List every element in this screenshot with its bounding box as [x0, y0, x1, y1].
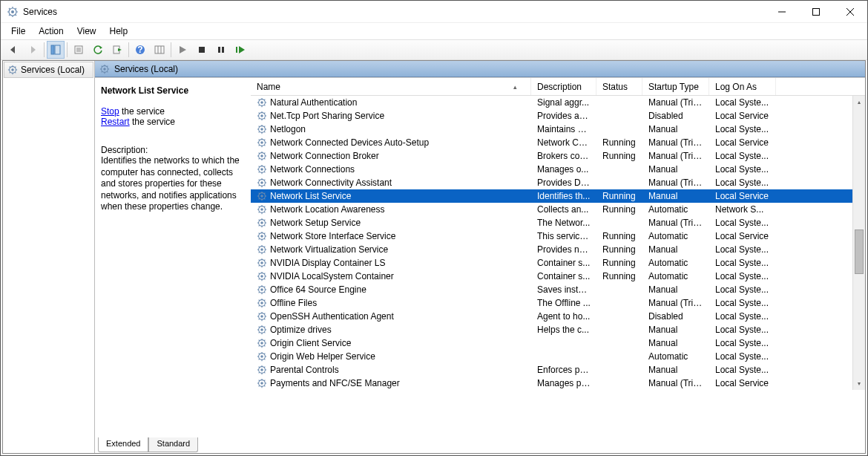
service-startup: Manual [642, 163, 709, 175]
refresh-button[interactable] [89, 41, 107, 59]
close-button[interactable] [833, 1, 867, 23]
services-icon [99, 64, 110, 74]
service-logon: Local Syste... [709, 257, 776, 269]
services-list[interactable]: Natural AuthenticationSignal aggr...Manu… [251, 96, 852, 390]
pause-service-button[interactable] [212, 41, 230, 59]
tab-extended[interactable]: Extended [98, 437, 148, 452]
column-name[interactable]: Name [251, 78, 531, 95]
column-logon[interactable]: Log On As [709, 78, 776, 95]
service-name: Natural Authentication [270, 97, 357, 108]
service-status [596, 169, 642, 170]
service-row[interactable]: Natural AuthenticationSignal aggr...Manu… [251, 96, 852, 109]
service-row[interactable]: Payments and NFC/SE ManagerManages pa...… [251, 377, 852, 390]
help-button[interactable]: ? [131, 41, 149, 59]
service-row[interactable]: Network Location AwarenessCollects an...… [251, 203, 852, 216]
service-row[interactable]: OpenSSH Authentication AgentAgent to ho.… [251, 310, 852, 323]
menu-view[interactable]: View [71, 25, 102, 38]
svg-rect-17 [55, 45, 60, 54]
columns-button[interactable] [151, 41, 168, 59]
scroll-down-icon[interactable]: ▾ [853, 377, 865, 390]
service-row[interactable]: Network Store Interface ServiceThis serv… [251, 229, 852, 243]
service-logon: Local Syste... [709, 244, 776, 255]
scroll-thumb[interactable] [855, 229, 864, 274]
service-row[interactable]: Optimize drivesHelps the c...ManualLocal… [251, 323, 852, 336]
maximize-button[interactable] [799, 1, 833, 23]
tree-node-services-local[interactable]: Services (Local) [4, 62, 93, 78]
column-status[interactable]: Status [596, 78, 642, 95]
service-status [596, 369, 642, 371]
minimize-button[interactable] [765, 1, 799, 23]
service-logon: Local Syste... [709, 270, 776, 282]
service-description: Container s... [531, 257, 596, 269]
service-row[interactable]: Network Setup ServiceThe Networ...Manual… [251, 216, 852, 229]
service-logon: Local Syste... [709, 364, 776, 376]
service-startup: Manual (Trig... [642, 217, 709, 229]
column-startup[interactable]: Startup Type [642, 78, 709, 95]
back-button[interactable] [4, 41, 22, 59]
service-startup: Automatic [642, 351, 709, 362]
service-description: Saves install... [531, 284, 596, 296]
console-tree[interactable]: Services (Local) [3, 61, 95, 453]
service-icon [257, 218, 267, 228]
service-icon [257, 338, 267, 348]
scroll-up-icon[interactable]: ▴ [853, 96, 865, 108]
service-name: Parental Controls [270, 365, 339, 375]
service-icon [257, 177, 267, 188]
service-status [596, 342, 642, 344]
menu-file[interactable]: File [5, 25, 31, 38]
svg-marker-22 [99, 46, 102, 49]
properties-button[interactable] [70, 41, 88, 59]
service-row[interactable]: Net.Tcp Port Sharing ServiceProvides abi… [251, 109, 852, 123]
restart-service-link[interactable]: Restart [101, 117, 130, 127]
service-row[interactable]: Network Connectivity AssistantProvides D… [251, 176, 852, 189]
service-row[interactable]: Office 64 Source EngineSaves install...M… [251, 283, 852, 296]
service-icon [257, 231, 267, 241]
service-row[interactable]: Network Virtualization ServiceProvides n… [251, 243, 852, 256]
service-name: Office 64 Source Engine [270, 284, 366, 295]
service-icon [257, 124, 267, 134]
service-startup: Automatic [642, 257, 709, 269]
service-status [596, 182, 642, 183]
service-row[interactable]: NVIDIA LocalSystem ContainerContainer s.… [251, 270, 852, 283]
service-logon: Local Service [709, 377, 776, 389]
service-description: Helps the c... [531, 324, 596, 336]
service-startup: Manual (Trig... [642, 150, 709, 162]
restart-service-trail: the service [130, 117, 175, 127]
panel-header: Services (Local) [95, 61, 865, 77]
restart-service-button[interactable] [231, 41, 249, 59]
vertical-scrollbar[interactable]: ▴ ▾ [852, 96, 865, 390]
tab-standard[interactable]: Standard [148, 437, 198, 452]
menu-help[interactable]: Help [104, 25, 134, 38]
service-name: Net.Tcp Port Sharing Service [270, 111, 384, 121]
menu-action[interactable]: Action [33, 25, 69, 38]
service-startup: Disabled [642, 110, 709, 122]
service-row[interactable]: NetlogonMaintains a ...ManualLocal Syste… [251, 123, 852, 136]
service-logon: Local Syste... [709, 337, 776, 349]
service-row[interactable]: Network List ServiceIdentifies th...Runn… [251, 189, 852, 203]
service-icon [257, 284, 267, 295]
service-row[interactable]: Offline FilesThe Offline ...Manual (Trig… [251, 296, 852, 310]
export-button[interactable] [108, 41, 126, 59]
service-description [531, 342, 596, 344]
svg-rect-32 [218, 47, 220, 53]
service-row[interactable]: Parental ControlsEnforces pa...ManualLoc… [251, 363, 852, 377]
service-row[interactable]: Network Connection BrokerBrokers con...R… [251, 149, 852, 163]
service-description [531, 356, 596, 357]
svg-marker-14 [10, 46, 15, 53]
panel-heading: Services (Local) [114, 64, 178, 74]
service-row[interactable]: NVIDIA Display Container LSContainer s..… [251, 256, 852, 270]
service-row[interactable]: Network Connected Devices Auto-SetupNetw… [251, 136, 852, 149]
service-icon [257, 351, 267, 362]
stop-service-button[interactable] [193, 41, 211, 59]
service-row[interactable]: Origin Web Helper ServiceAutomaticLocal … [251, 350, 852, 363]
service-status [596, 222, 642, 224]
show-hide-tree-button[interactable] [47, 41, 65, 59]
service-row[interactable]: Origin Client ServiceManualLocal Syste..… [251, 336, 852, 350]
column-description[interactable]: Description [531, 78, 596, 95]
service-row[interactable]: Network ConnectionsManages o...ManualLoc… [251, 163, 852, 176]
service-icon [257, 191, 267, 201]
start-service-button[interactable] [174, 41, 191, 59]
stop-service-link[interactable]: Stop [101, 106, 119, 117]
service-logon: Local Service [709, 137, 776, 149]
forward-button[interactable] [24, 41, 42, 59]
